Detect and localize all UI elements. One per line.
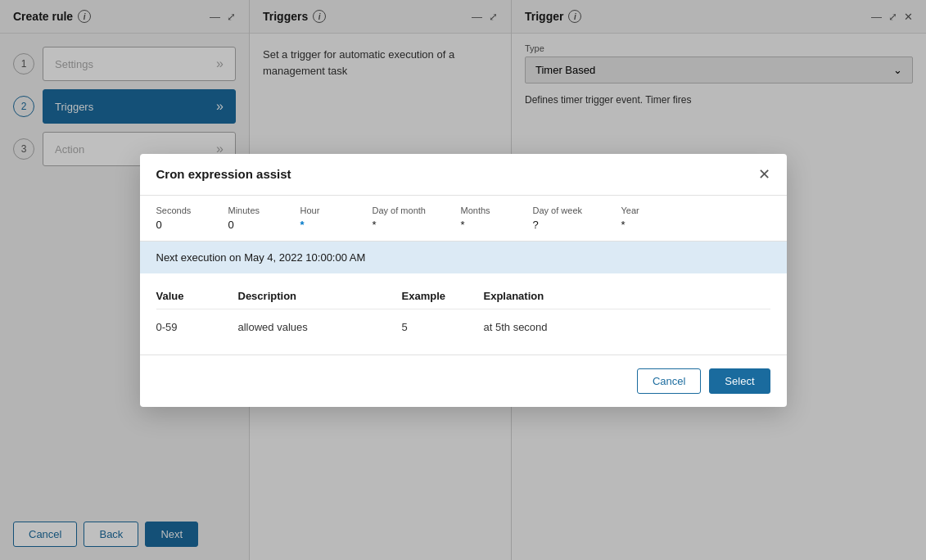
table-header-cell: Explanation xyxy=(484,290,730,302)
table-header-cell: Value xyxy=(156,290,238,302)
table-row: 0-59allowed values5at 5th second xyxy=(156,316,770,338)
next-execution-text: Next execution on May 4, 2022 10:00:00 A… xyxy=(156,251,366,264)
table-header: ValueDescriptionExampleExplanation xyxy=(156,290,770,309)
table-cell: 0-59 xyxy=(156,321,238,333)
modal-overlay: Cron expression assist ✕ Seconds 0 Minut… xyxy=(0,0,926,560)
cron-header: Seconds 0 Minutes 0 Hour * Day of month … xyxy=(140,196,787,242)
table-header-cell: Description xyxy=(238,290,402,302)
cron-col-day-of-week: Day of week ? xyxy=(533,205,615,231)
cron-col-minutes: Minutes 0 xyxy=(228,205,294,231)
cron-col-day-of-month: Day of month * xyxy=(373,205,454,231)
table-cell: allowed values xyxy=(238,321,402,333)
cron-col-value: * xyxy=(461,219,526,231)
cron-col-seconds: Seconds 0 xyxy=(156,205,222,231)
cron-col-label: Year xyxy=(621,205,687,215)
table-cell: at 5th second xyxy=(484,321,730,333)
modal-close-button[interactable]: ✕ xyxy=(758,167,770,182)
cron-col-value: * xyxy=(621,219,687,231)
cron-col-label: Day of month xyxy=(373,205,454,215)
cron-col-value: ? xyxy=(533,219,615,231)
cron-col-label: Months xyxy=(461,205,526,215)
cron-col-label: Hour xyxy=(300,205,366,215)
modal-cancel-button[interactable]: Cancel xyxy=(637,368,701,394)
cron-modal: Cron expression assist ✕ Seconds 0 Minut… xyxy=(140,154,787,407)
cron-col-value: * xyxy=(373,219,454,231)
cron-col-label: Seconds xyxy=(156,205,222,215)
cron-col-value: 0 xyxy=(156,219,222,231)
cron-col-label: Minutes xyxy=(228,205,294,215)
cron-col-value: * xyxy=(300,219,366,231)
modal-title: Cron expression assist xyxy=(156,167,291,181)
cron-col-value: 0 xyxy=(228,219,294,231)
cron-col-months: Months * xyxy=(461,205,526,231)
table-header-cell: Example xyxy=(402,290,484,302)
cron-col-hour: Hour * xyxy=(300,205,366,231)
next-execution-bar: Next execution on May 4, 2022 10:00:00 A… xyxy=(140,242,787,273)
cron-col-label: Day of week xyxy=(533,205,615,215)
modal-select-button[interactable]: Select xyxy=(709,368,770,394)
table-cell: 5 xyxy=(402,321,484,333)
description-table: ValueDescriptionExampleExplanation 0-59a… xyxy=(140,273,787,355)
table-body: 0-59allowed values5at 5th second xyxy=(156,316,770,338)
cron-col-year: Year * xyxy=(621,205,687,231)
